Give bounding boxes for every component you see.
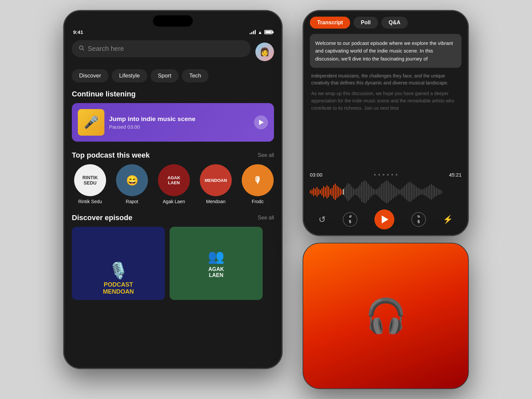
- continue-title: Jump into indie music scene: [109, 115, 249, 123]
- podcast-item-mendoan[interactable]: MENDOAN Mendoan: [198, 164, 234, 204]
- podcast-item-rapot[interactable]: 😄 Rapot: [114, 164, 150, 204]
- time-end: 45:21: [449, 172, 462, 178]
- status-time: 9:41: [73, 29, 83, 35]
- podcast-name-agaklaen: Agak Laen: [163, 199, 185, 204]
- continue-card[interactable]: 🎤 Jump into indie music scene Paused 03:…: [72, 103, 274, 142]
- discover-card-agak-laen[interactable]: 👥 AGAKLAEN: [170, 227, 263, 300]
- time-dots: [374, 172, 397, 178]
- pill-discover[interactable]: Discover: [72, 69, 108, 82]
- search-bar[interactable]: Search here: [72, 40, 251, 57]
- pill-tech[interactable]: Tech: [182, 69, 208, 82]
- discover-episode-title: Discover episode: [72, 213, 132, 222]
- bar4: [255, 30, 256, 34]
- podcast-name-frodo: Frodc: [252, 199, 264, 204]
- right-top-phone: Transcript Poll Q&A Welcome to our podca…: [303, 10, 469, 236]
- bar1: [250, 33, 251, 34]
- transcript-faded2: As we wrap up this discussion, we hope y…: [310, 90, 462, 112]
- podcast-thumb-agaklaen: AGAKLAEN: [158, 164, 190, 196]
- back5-button[interactable]: ↺ 5: [343, 212, 357, 227]
- status-right: ▲: [250, 30, 273, 35]
- right-bottom-phone: 🎧: [303, 243, 469, 389]
- scene: 9:41 ▲: [50, 0, 482, 399]
- wifi-icon: ▲: [258, 30, 262, 35]
- dynamic-island: [153, 15, 193, 27]
- bottom-phone-content: 🎧: [303, 243, 468, 388]
- continue-thumb: 🎤: [78, 109, 104, 136]
- tab-transcript[interactable]: Transcript: [310, 17, 350, 29]
- speed-icon[interactable]: ⚡: [443, 215, 453, 224]
- bar3: [253, 31, 254, 34]
- transcript-faded1: independent musicians, the challenges th…: [310, 72, 462, 87]
- play-triangle-icon: [382, 215, 388, 223]
- category-pills: Discover Lifestyle Sport Tech: [72, 69, 274, 82]
- dot4: [387, 174, 389, 176]
- waveform-section: 03:00 45:21: [310, 169, 462, 229]
- svg-point-0: [79, 46, 83, 50]
- podcast-thumb-rapot: 😄: [116, 164, 148, 196]
- podcast-item-agaklaen[interactable]: AGAKLAEN Agak Laen: [156, 164, 192, 204]
- transcript-highlighted-text: Welcome to our podcast episode where we …: [315, 39, 456, 63]
- podcast-name-rapot: Rapot: [126, 199, 138, 204]
- headphones-image: 🎧: [303, 243, 468, 388]
- tab-poll[interactable]: Poll: [353, 17, 378, 29]
- user-avatar[interactable]: 👩: [255, 43, 274, 61]
- podcast-item-rintik[interactable]: RINTIKSEDU Rintik Sedu: [72, 164, 108, 204]
- tabs-row: Transcript Poll Q&A: [310, 17, 462, 29]
- play-button[interactable]: [374, 209, 394, 229]
- pill-sport[interactable]: Sport: [151, 69, 179, 82]
- search-icon: [78, 45, 84, 53]
- transcript-highlighted-box: Welcome to our podcast episode where we …: [310, 34, 462, 68]
- right-column: Transcript Poll Q&A Welcome to our podca…: [303, 10, 469, 389]
- forward5-button[interactable]: ↻ 5: [411, 212, 426, 227]
- podcast-thumb-rintik: RINTIKSEDU: [74, 164, 106, 196]
- controls-row: ↺ ↺ 5 ↻ 5 ⚡: [310, 209, 462, 229]
- dot1: [374, 174, 376, 176]
- phone-main-content: Search here 👩 Discover Lifestyle Sport T…: [64, 36, 282, 304]
- tab-qa[interactable]: Q&A: [381, 17, 408, 29]
- time-start: 03:00: [310, 172, 323, 178]
- podcast-thumb-mendoan: MENDOAN: [200, 164, 232, 196]
- dot5: [391, 174, 393, 176]
- search-placeholder: Search here: [88, 45, 124, 53]
- dot3: [383, 174, 384, 176]
- rewind-icon[interactable]: ↺: [319, 214, 326, 225]
- play-icon: [259, 120, 264, 125]
- waveform[interactable]: [310, 180, 462, 203]
- bar2: [251, 32, 252, 34]
- podcast-item-frodo[interactable]: 🎙 Frodc: [239, 164, 274, 204]
- discover-card-mendoan[interactable]: 🎙️ PODCASTMENDOAN: [72, 227, 165, 300]
- top-podcast-title: Top podcast this week: [72, 151, 150, 160]
- search-row: Search here 👩: [72, 40, 274, 63]
- pill-lifestyle[interactable]: Lifestyle: [112, 69, 147, 82]
- top-podcast-header: Top podcast this week See all: [72, 151, 274, 160]
- continue-status: Paused 03:00: [109, 124, 249, 130]
- battery-fill: [265, 31, 272, 33]
- battery-icon: [264, 30, 273, 34]
- continue-info: Jump into indie music scene Paused 03:00: [109, 115, 249, 130]
- svg-line-1: [82, 49, 84, 50]
- transcript-content: Transcript Poll Q&A Welcome to our podca…: [303, 11, 468, 235]
- left-phone: 9:41 ▲: [63, 10, 283, 369]
- continue-play-button[interactable]: [254, 115, 268, 129]
- continue-section-title: Continue listening: [72, 90, 274, 98]
- time-row: 03:00 45:21: [310, 172, 462, 178]
- podcast-name-mendoan: Mendoan: [206, 199, 225, 204]
- discover-see-all[interactable]: See all: [258, 215, 274, 221]
- dot2: [378, 174, 380, 176]
- podcast-name-rintik: Rintik Sedu: [78, 199, 102, 204]
- top-podcast-see-all[interactable]: See all: [258, 152, 274, 158]
- discover-episode-header: Discover episode See all: [72, 213, 274, 222]
- podcast-thumb-frodo: 🎙: [242, 164, 274, 196]
- dot6: [396, 174, 397, 176]
- status-bar: 9:41 ▲: [64, 27, 282, 36]
- podcast-list: RINTIKSEDU Rintik Sedu 😄 Rapot AGAKLAEN …: [72, 164, 274, 204]
- signal-bars: [250, 30, 256, 34]
- discover-grid: 🎙️ PODCASTMENDOAN 👥 AGAKLAEN: [72, 227, 274, 300]
